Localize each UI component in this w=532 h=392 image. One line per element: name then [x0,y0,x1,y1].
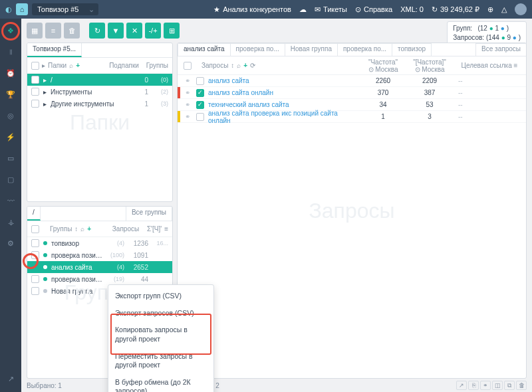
nav-gear-icon[interactable]: ⚙ [3,235,19,251]
help-link[interactable]: ⊙ Справка [355,5,392,14]
bell-icon[interactable]: △ [501,5,507,14]
query-tab[interactable]: анализ сайта [178,43,231,56]
context-item[interactable]: Экспорт групп (CSV) [108,288,213,305]
nav-trophy-icon[interactable]: 🏆 [3,86,19,102]
nav-card-icon[interactable]: ▭ [3,150,19,166]
footer2-icon-4[interactable]: ◫ [492,381,503,390]
nav-screen-icon[interactable]: ▢ [3,171,19,187]
link-icon[interactable]: ⚭ [185,89,190,96]
query-row[interactable]: ⚭анализ сайта онлайн370387-- [178,87,526,99]
stats-box: Групп: (12 ● 1 ● ) Запросов: (144 ● 9 ● … [447,21,527,45]
groups-tab[interactable]: / [27,207,41,221]
logo-icon[interactable]: ◐ [5,5,12,14]
add-group-button[interactable]: + [87,225,91,233]
group-row[interactable]: топвизор(4)123616... [27,237,172,249]
view-list-button[interactable]: ≡ [45,23,61,39]
folders-check-all[interactable] [31,62,39,70]
query-check[interactable] [196,89,204,97]
balance[interactable]: ↻ 39 249,62 ₽ [432,5,479,14]
selection-count-left: Выбрано: 1 [27,382,62,389]
query-check[interactable] [196,77,204,85]
queries-check-all[interactable] [184,62,192,70]
query-tab[interactable]: проверка по... [230,43,285,56]
refresh-button[interactable]: ↻ [89,23,105,39]
query-tab[interactable]: Новая группа [285,43,338,56]
context-item[interactable]: Переместить запросы в другой проект [108,348,213,374]
group-row[interactable]: анализ сайта(4)2652 [27,261,172,273]
main-area: ▦ ≡ 🗑 ↻ ▼ ✕ -/+ ⊞ Групп: (12 ● 1 ● ) Зап… [21,19,532,392]
folders-panel: Топвизор #5... ▸ Папки ⌕ + Подпапки Груп… [27,43,173,202]
footer2-icon-6[interactable]: 🗑 [516,381,527,390]
query-row[interactable]: ⚭анализ сайта проверка икс позиций сайта… [178,111,526,123]
nav-tree-icon[interactable]: ⚶ [3,214,19,230]
folders-watermark: Папки [70,110,130,135]
context-item[interactable]: В буфер обмена (до 2К запросов) [108,374,213,392]
nav-alarm-icon[interactable]: ⏰ [3,65,19,81]
link-icon[interactable]: ⚭ [185,101,190,108]
cloud-icon[interactable]: ☁ [299,5,307,14]
folder-check[interactable] [31,88,39,96]
nav-core-icon[interactable]: ❖ [3,23,19,39]
folder-check[interactable] [31,76,39,84]
folders-head-label: Папки [48,62,66,69]
footer2-icon-5[interactable]: ⧉ [504,381,515,390]
footer2-icon-3[interactable]: ⚭ [480,381,491,390]
context-menu: Экспорт групп (CSV)Экспорт запросов (CSV… [108,284,214,392]
view-grid-button[interactable]: ▦ [27,23,43,39]
groups-check-all[interactable] [31,225,39,233]
query-tab[interactable]: топвизор [392,43,432,56]
competitors-link[interactable]: ★ Анализ конкурентов [213,5,291,14]
query-name[interactable]: анализ сайта онлайн [208,89,273,96]
tickets-link[interactable]: ✉ Тикеты [315,5,347,14]
link-icon[interactable]: ⚭ [185,77,190,84]
nav-analytics-icon[interactable]: ⫴ [3,44,19,60]
group-check[interactable] [31,287,39,295]
query-name[interactable]: анализ сайта [208,77,249,84]
nav-wave-icon[interactable]: 〰 [3,193,19,209]
folders-tab[interactable]: Топвизор #5... [27,43,82,57]
folder-check[interactable] [31,100,39,108]
group-row[interactable]: проверка позиции сайта в...(19)44 [27,273,172,285]
query-check[interactable] [196,101,204,109]
filter-button[interactable]: ▼ [108,23,124,39]
context-item[interactable]: Экспорт запросов (CSV) [108,305,213,322]
group-check[interactable] [31,239,39,247]
nav-target-icon[interactable]: ◎ [3,108,19,124]
groups-head-label: Группы [50,225,72,233]
add-folder-button[interactable]: + [76,62,80,69]
nav-bolt-icon[interactable]: ⚡ [3,129,19,145]
group-row[interactable]: проверка позиций сайта(100)1091 [27,249,172,261]
group-check[interactable] [31,275,39,283]
query-tab-all[interactable]: Все запросы [475,43,527,56]
left-nav: ❖ ⫴ ⏰ 🏆 ◎ ⚡ ▭ ▢ 〰 ⚶ ⚙ ↗ [0,19,21,392]
query-check[interactable] [196,113,204,121]
add-icon[interactable]: ⊕ [487,5,493,14]
avatar[interactable] [515,3,527,15]
query-name[interactable]: анализ сайта проверка икс позиций сайта … [208,110,338,124]
footer: Выбрано: 1 ⎘ ⚭ + ⧉ 🗑 ▸ Выбрано: 2 ↗ ⎘ ⚭ … [27,380,527,391]
queries-head-label: Запросы [201,62,228,69]
shuffle-button[interactable]: ✕ [126,23,142,39]
context-item[interactable]: Копировать запросы в другой проект [108,322,213,347]
home-icon[interactable]: ⌂ [16,3,28,15]
group-check[interactable] [31,251,39,259]
group-check[interactable] [31,263,39,271]
query-name[interactable]: технический анализ сайта [208,101,289,108]
nav-export-icon[interactable]: ↗ [3,371,19,387]
group-button[interactable]: ⊞ [164,23,180,39]
footer2-icon-1[interactable]: ↗ [456,381,467,390]
folder-row[interactable]: ▸/0(0) [27,74,172,86]
queries-watermark: Запросы [309,199,394,223]
query-row[interactable]: ⚭анализ сайта22602209-- [178,75,526,87]
folder-row[interactable]: ▸Инструменты1(2) [27,86,172,98]
add-query-button[interactable]: + [243,62,247,69]
groups-all-tab[interactable]: Все группы [126,207,172,221]
query-tab[interactable]: проверка по... [337,43,392,56]
project-selector[interactable]: Топвизор #5 ⌄ [32,3,98,15]
folder-row[interactable]: ▸Другие инструменты1(3) [27,98,172,110]
footer2-icon-2[interactable]: ⎘ [468,381,479,390]
delete-button[interactable]: 🗑 [64,23,80,39]
freq-button[interactable]: -/+ [145,23,161,39]
query-settings-icon[interactable]: ⟳ [250,62,255,69]
link-icon[interactable]: ⚭ [185,113,190,120]
